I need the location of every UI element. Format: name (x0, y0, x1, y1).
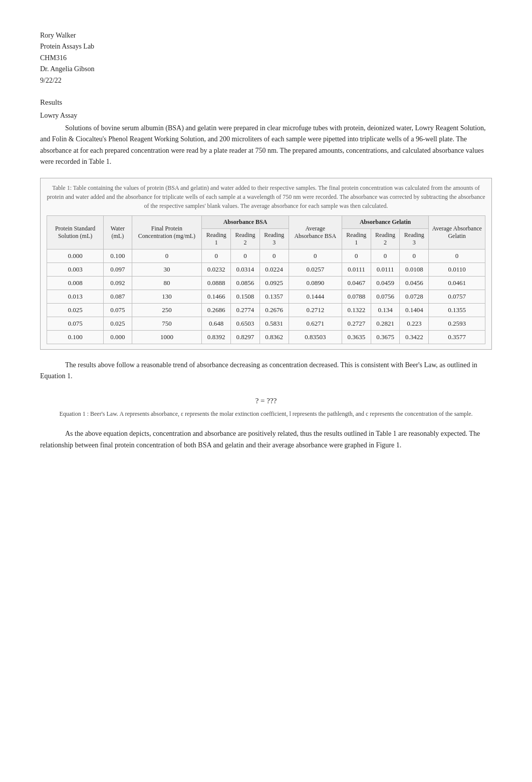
table-cell: 0.5831 (259, 317, 289, 330)
table-cell: 0.2676 (259, 303, 289, 317)
table-cell: 0.0257 (289, 263, 342, 276)
table-wrapper: Table 1: Table containing the values of … (40, 178, 492, 350)
table-cell: 0.100 (104, 249, 132, 263)
table-cell: 130 (132, 290, 202, 303)
table-cell: 0.100 (47, 330, 104, 344)
table-cell: 0 (202, 249, 231, 263)
table-cell: 0.3635 (342, 330, 371, 344)
bsa-r2-header: Reading 2 (231, 228, 260, 249)
col-final-conc: Final Protein Concentration (mg/mL) (132, 215, 202, 249)
table-cell: 0.0925 (259, 276, 289, 290)
table-cell: 0.0856 (231, 276, 260, 290)
table-row: 0.0000.100000000000 (47, 249, 485, 263)
table-cell: 0.1466 (202, 290, 231, 303)
table-cell: 0.6503 (231, 317, 260, 330)
table-cell: 0.0456 (400, 276, 429, 290)
table-cell: 0.0459 (371, 276, 400, 290)
author-name: Rory Walker (40, 30, 492, 41)
table-cell: 750 (132, 317, 202, 330)
gel-group-header: Absorbance Gelatin (342, 215, 428, 228)
table-cell: 0 (259, 249, 289, 263)
table-cell: 0 (342, 249, 371, 263)
table-cell: 0.2727 (342, 317, 371, 330)
table-cell: 0.075 (104, 303, 132, 317)
gel-r3-header: Reading 3 (400, 228, 429, 249)
table-cell: 30 (132, 263, 202, 276)
table-cell: 0.2686 (202, 303, 231, 317)
results-title: Results (40, 98, 492, 107)
table-cell: 0.097 (104, 263, 132, 276)
table-cell: 0.3675 (371, 330, 400, 344)
table-cell: 0.2774 (231, 303, 260, 317)
equation-caption: Equation 1 : Beer's Law. A represents ab… (40, 409, 492, 418)
table-cell: 250 (132, 303, 202, 317)
course: CHM316 (40, 53, 492, 64)
table-cell: 0.8362 (259, 330, 289, 344)
bsa-group-header: Absorbance BSA (202, 215, 289, 228)
lab-name: Protein Assays Lab (40, 41, 492, 52)
bsa-r1-header: Reading 1 (202, 228, 231, 249)
table-cell: 0.0888 (202, 276, 231, 290)
table-cell: 0.092 (104, 276, 132, 290)
table-cell: 0.3577 (429, 330, 485, 344)
table-cell: 0.0461 (429, 276, 485, 290)
table-cell: 0.1322 (342, 303, 371, 317)
table-cell: 0.8392 (202, 330, 231, 344)
table-caption: Table 1: Table containing the values of … (47, 183, 485, 210)
table-cell: 0.0757 (429, 290, 485, 303)
table-cell: 0.000 (47, 249, 104, 263)
table-cell: 0.1357 (259, 290, 289, 303)
table-cell: 0.0788 (342, 290, 371, 303)
table-cell: 0.025 (104, 317, 132, 330)
table-cell: 0.134 (371, 303, 400, 317)
lowry-title: Lowry Assay (40, 112, 492, 120)
table-cell: 0.0728 (400, 290, 429, 303)
table-cell: 0.0232 (202, 263, 231, 276)
equation-block: ? = ??? (40, 397, 492, 405)
table-row: 0.0080.092800.08880.08560.09250.08900.04… (47, 276, 485, 290)
table-cell: 0.8297 (231, 330, 260, 344)
gel-r1-header: Reading 1 (342, 228, 371, 249)
table-cell: 0.1444 (289, 290, 342, 303)
table-cell: 0 (231, 249, 260, 263)
table-cell: 0 (132, 249, 202, 263)
table-cell: 0 (400, 249, 429, 263)
table-row: 0.0250.0752500.26860.27740.26760.27120.1… (47, 303, 485, 317)
table-cell: 0.3422 (400, 330, 429, 344)
table-cell: 0.0224 (259, 263, 289, 276)
table-cell: 0.0890 (289, 276, 342, 290)
table-cell: 0.003 (47, 263, 104, 276)
table-cell: 0 (429, 249, 485, 263)
table-cell: 0.0110 (429, 263, 485, 276)
table-cell: 0.1404 (400, 303, 429, 317)
table-cell: 0.0314 (231, 263, 260, 276)
table-cell: 0.1355 (429, 303, 485, 317)
table-cell: 0.025 (47, 303, 104, 317)
table-cell: 0.223 (400, 317, 429, 330)
table-cell: 0 (289, 249, 342, 263)
table-cell: 0.2821 (371, 317, 400, 330)
table-cell: 0.648 (202, 317, 231, 330)
table-cell: 0.2712 (289, 303, 342, 317)
table-cell: 0.0756 (371, 290, 400, 303)
bsa-r3-header: Reading 3 (259, 228, 289, 249)
final-paragraph: As the above equation depicts, concentra… (40, 428, 492, 451)
instructor: Dr. Angelia Gibson (40, 64, 492, 75)
col-protein-std: Protein Standard Solution (mL) (47, 215, 104, 249)
table-row: 0.0030.097300.02320.03140.02240.02570.01… (47, 263, 485, 276)
table-cell: 1000 (132, 330, 202, 344)
date: 9/22/22 (40, 75, 492, 86)
results-section: Results Lowry Assay Solutions of bovine … (40, 98, 492, 451)
table-cell: 0.1508 (231, 290, 260, 303)
table-row: 0.0130.0871300.14660.15080.13570.14440.0… (47, 290, 485, 303)
after-table-paragraph: The results above follow a reasonable tr… (40, 360, 492, 382)
col-water: Water (mL) (104, 215, 132, 249)
table-cell: 0 (371, 249, 400, 263)
table-cell: 0.0111 (342, 263, 371, 276)
table-row: 0.0750.0257500.6480.65030.58310.62710.27… (47, 317, 485, 330)
table-cell: 0.83503 (289, 330, 342, 344)
table-cell: 0.0111 (371, 263, 400, 276)
table-cell: 80 (132, 276, 202, 290)
table-cell: 0.008 (47, 276, 104, 290)
header-block: Rory Walker Protein Assays Lab CHM316 Dr… (40, 30, 492, 86)
